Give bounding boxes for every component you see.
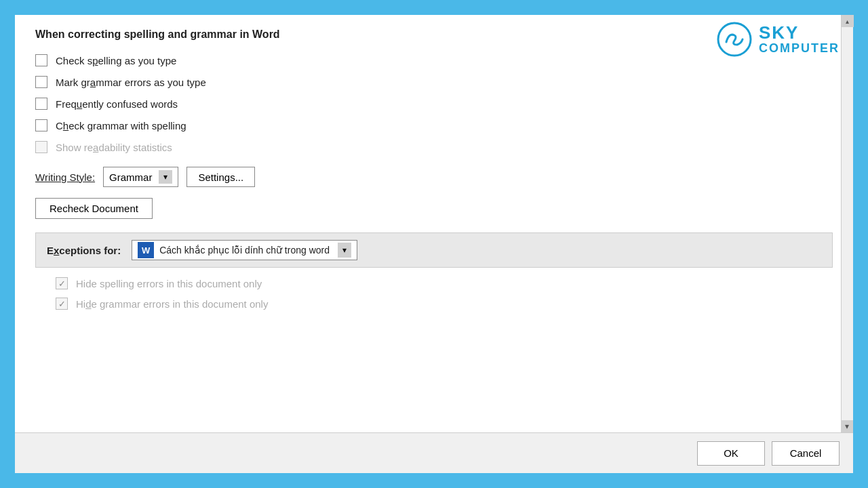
scroll-down-arrow[interactable]: ▾: [841, 420, 853, 432]
ok-button[interactable]: OK: [697, 441, 765, 466]
logo-text: SKY COMPUTER: [759, 23, 840, 56]
cancel-button[interactable]: Cancel: [772, 441, 840, 466]
checkbox-row-confused-words: Frequently confused words: [35, 98, 833, 110]
confused-words-checkbox[interactable]: [35, 98, 47, 110]
document-name: Cách khắc phục lỗi dính chữ trong word: [159, 245, 330, 256]
mark-grammar-label: Mark grammar errors as you type: [56, 77, 206, 88]
doc-dropdown-arrow[interactable]: ▾: [338, 243, 351, 258]
hide-spelling-row: Hide spelling errors in this document on…: [56, 277, 812, 289]
sky-logo-icon: [717, 22, 752, 57]
check-spelling-label: Check spelling as you type: [56, 55, 176, 66]
checkbox-row-check-spelling: Check spelling as you type: [35, 54, 833, 66]
dialog-content: SKY COMPUTER When correcting spelling an…: [15, 15, 853, 432]
logo-sky: SKY: [759, 23, 840, 43]
hide-grammar-label: Hide grammar errors in this document onl…: [76, 298, 268, 310]
check-spelling-checkbox[interactable]: [35, 54, 47, 66]
recheck-button[interactable]: Recheck Document: [35, 198, 153, 219]
exception-checkboxes: Hide spelling errors in this document on…: [35, 268, 833, 319]
check-grammar-label: Check grammar with spelling: [56, 120, 186, 131]
checkbox-row-readability: Show readability statistics: [35, 141, 833, 153]
dialog-title: When correcting spelling and grammar in …: [35, 28, 833, 41]
readability-label: Show readability statistics: [56, 142, 172, 153]
readability-checkbox[interactable]: [35, 141, 47, 153]
hide-grammar-row: Hide grammar errors in this document onl…: [56, 298, 812, 310]
logo-area: SKY COMPUTER: [717, 22, 840, 57]
hide-spelling-label: Hide spelling errors in this document on…: [76, 278, 262, 289]
check-grammar-checkbox[interactable]: [35, 119, 47, 131]
writing-style-arrow[interactable]: ▾: [159, 170, 172, 184]
writing-style-row: Writing Style: Grammar ▾ Settings...: [35, 167, 833, 187]
checkbox-row-check-grammar: Check grammar with spelling: [35, 119, 833, 131]
writing-style-value: Grammar: [109, 171, 152, 183]
scroll-track: [842, 27, 853, 432]
logo-computer: COMPUTER: [759, 42, 840, 56]
hide-spelling-checkbox[interactable]: [56, 277, 68, 289]
confused-words-label: Frequently confused words: [56, 98, 178, 110]
settings-button[interactable]: Settings...: [186, 167, 255, 187]
writing-style-dropdown[interactable]: Grammar ▾: [103, 167, 178, 187]
exceptions-bar: Exceptions for: W Cách khắc phục lỗi dín…: [35, 232, 833, 268]
dialog-footer: OK Cancel: [15, 432, 853, 473]
exceptions-label: Exceptions for:: [47, 245, 121, 256]
writing-style-label: Writing Style:: [35, 171, 95, 183]
document-dropdown[interactable]: W Cách khắc phục lỗi dính chữ trong word…: [132, 240, 357, 260]
mark-grammar-checkbox[interactable]: [35, 76, 47, 88]
scrollbar[interactable]: ▴: [841, 15, 853, 432]
hide-grammar-checkbox[interactable]: [56, 298, 68, 310]
scroll-up-arrow[interactable]: ▴: [842, 15, 854, 27]
main-dialog: SKY COMPUTER When correcting spelling an…: [14, 14, 854, 474]
checkbox-row-mark-grammar: Mark grammar errors as you type: [35, 76, 833, 88]
word-icon: W: [138, 242, 154, 258]
